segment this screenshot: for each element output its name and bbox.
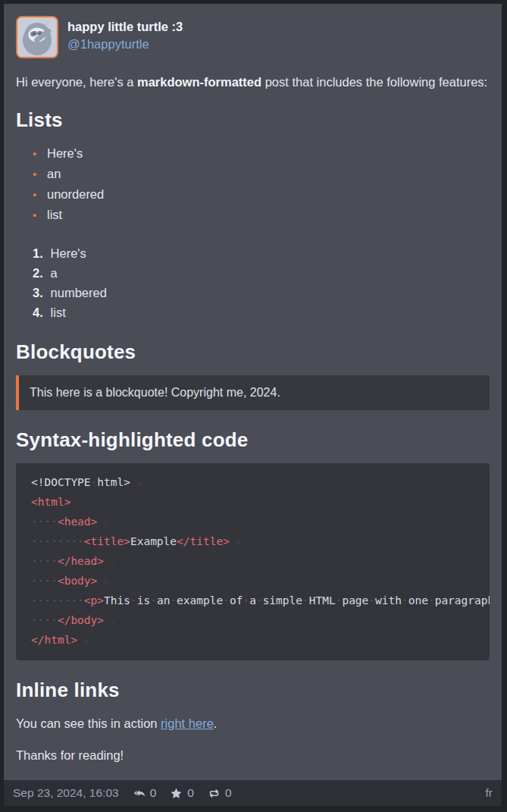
intro-paragraph: Hi everyone, here's a markdown-formatted… <box>16 72 490 92</box>
reply-all-icon <box>133 787 146 800</box>
list-item: 3. numbered <box>33 283 490 303</box>
code-line: ····</body> ␊ <box>31 611 474 631</box>
star-icon <box>170 787 183 800</box>
bullet-icon: • <box>33 205 47 225</box>
bullet-icon: • <box>33 165 47 184</box>
code-block: <!DOCTYPE·html> ␊<html> ␊····<head> ␊···… <box>16 463 490 660</box>
post-frame: happy little turtle :3 @1happyturtle Hi … <box>0 0 507 812</box>
author-info: happy little turtle :3 @1happyturtle <box>67 16 183 53</box>
bullet-icon: • <box>33 144 47 164</box>
link-text-pre: You can see this in action <box>16 716 161 730</box>
list-number: 1. <box>33 243 47 263</box>
list-item: 1. Here's <box>33 243 490 263</box>
sloth-avatar-image <box>17 17 57 57</box>
list-number: 4. <box>33 303 47 322</box>
list-item: 2. a <box>33 263 490 283</box>
list-item: •an <box>33 164 490 184</box>
code-line: </html> ␊ <box>31 631 474 651</box>
boost-count: 0 <box>225 786 232 800</box>
post-header: happy little turtle :3 @1happyturtle <box>16 16 490 58</box>
code-line: ········<p>This·is·an·example·of·a·simpl… <box>31 591 474 611</box>
account-handle[interactable]: @1happyturtle <box>67 35 183 53</box>
list-item: •unordered <box>33 184 490 205</box>
intro-text-pre: Hi everyone, here's a <box>16 75 137 89</box>
language-tag: fr <box>486 786 493 800</box>
post-body: happy little turtle :3 @1happyturtle Hi … <box>4 4 502 780</box>
intro-text-bold: markdown-formatted <box>137 75 261 89</box>
list-item-text: an <box>47 167 61 180</box>
boost-icon <box>208 787 221 800</box>
link-text-post: . <box>214 716 218 730</box>
inline-link[interactable]: right here <box>161 716 214 730</box>
ordered-list: 1. Here's 2. a 3. numbered 4. list <box>16 243 490 322</box>
list-item: •Here's <box>33 143 490 164</box>
list-item-text: numbered <box>51 286 107 299</box>
reply-count: 0 <box>150 786 157 800</box>
code-line: <html> ␊ <box>31 493 474 513</box>
favourite-button[interactable]: 0 <box>170 786 194 800</box>
list-item-text: list <box>51 306 66 319</box>
avatar[interactable] <box>16 16 58 58</box>
heading-links: Inline links <box>16 679 490 701</box>
code-line: ····<head> ␊ <box>31 513 474 532</box>
list-item-text: list <box>47 208 62 221</box>
list-item-text: a <box>51 266 58 280</box>
status-post: happy little turtle :3 @1happyturtle Hi … <box>4 4 502 806</box>
list-item: 4. list <box>33 303 490 322</box>
thanks-paragraph: Thanks for reading! <box>16 745 490 765</box>
link-paragraph: You can see this in action right here. <box>16 713 490 733</box>
list-number: 3. <box>33 283 47 303</box>
boost-button[interactable]: 0 <box>208 786 232 800</box>
code-line: ····</head> ␊ <box>31 552 474 572</box>
code-line: ········<title>Example</title> ␊ <box>31 532 474 552</box>
list-item: •list <box>33 205 490 225</box>
code-line: <!DOCTYPE·html> ␊ <box>31 473 474 493</box>
list-number: 2. <box>33 263 47 283</box>
intro-text-post: post that includes the following feature… <box>261 75 487 89</box>
code-line: ····<body> ␊ <box>31 572 474 591</box>
list-item-text: unordered <box>47 187 104 201</box>
list-item-text: Here's <box>47 146 83 160</box>
timestamp: Sep 23, 2024, 16:03 <box>13 786 119 800</box>
post-footer: Sep 23, 2024, 16:03 0 0 <box>4 780 502 806</box>
favourite-count: 0 <box>187 786 194 800</box>
reply-button[interactable]: 0 <box>133 786 157 800</box>
bullet-icon: • <box>33 185 47 205</box>
blockquote: This here is a blockquote! Copyright me,… <box>16 375 490 410</box>
list-item-text: Here's <box>51 246 86 260</box>
heading-lists: Lists <box>16 108 490 131</box>
heading-blockquotes: Blockquotes <box>16 340 490 363</box>
heading-code: Syntax-highlighted code <box>16 428 490 451</box>
unordered-list: •Here's •an •unordered •list <box>16 143 490 225</box>
display-name: happy little turtle :3 <box>67 18 183 35</box>
